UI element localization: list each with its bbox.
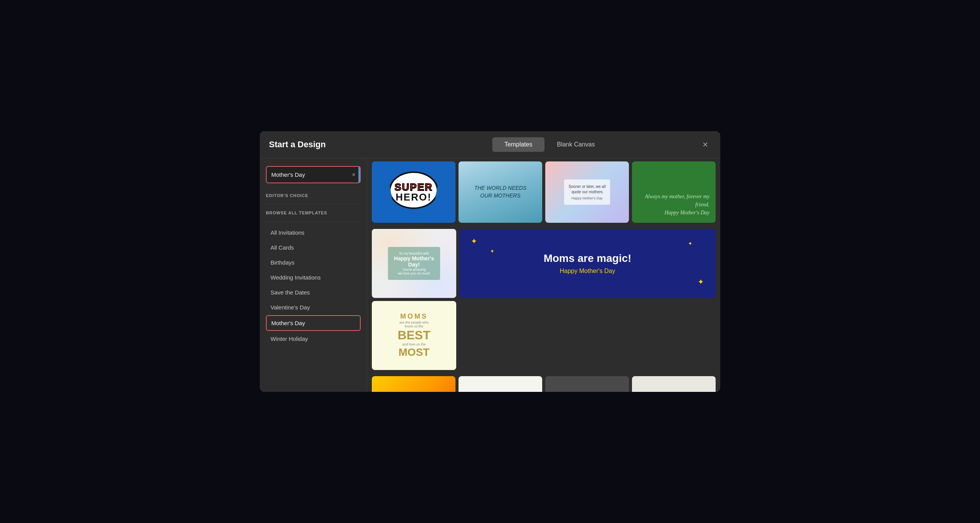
hero-text: HERO! [394, 192, 433, 202]
sidebar-item-valentines-day[interactable]: Valentine's Day [266, 300, 361, 314]
number-one-text: #1 [658, 390, 689, 392]
star-deco-3: ✦ [698, 277, 704, 286]
tab-bar: Templates Blank Canvas [492, 137, 607, 152]
template-card-sooner[interactable]: Sooner or later, we allquote our mothers… [545, 161, 629, 223]
sidebar-item-winter-holiday[interactable]: Winter Holiday [266, 332, 361, 346]
flowers-sub: You're amazingwe love you so much [394, 268, 434, 275]
sooner-text: Sooner or later, we allquote our mothers [569, 184, 606, 195]
sidebar: × EDITOR'S CHOICE BROWSE ALL TEMPLATES A… [260, 158, 367, 392]
modal-header: Start a Design Templates Blank Canvas × [260, 131, 720, 158]
template-grid-row2: To my beautiful wife Happy Mother'sDay! … [370, 227, 717, 372]
tab-blank-canvas[interactable]: Blank Canvas [544, 137, 607, 152]
template-card-moms-magic[interactable]: ✦ ✦ ✦ ✦ Moms are magic! Happy Mother's D… [459, 229, 716, 298]
sooner-subtitle: Happy Mother's Day [569, 196, 606, 200]
flowers-to: To my beautiful wife [394, 252, 434, 255]
world-needs-text: THE WORLD NEEDSOUR MOTHERS [474, 184, 526, 199]
moms-magic-title: Moms are magic! [544, 252, 632, 265]
sooner-inner: Sooner or later, we allquote our mothers… [564, 179, 610, 205]
sidebar-section-editors-choice[interactable]: EDITOR'S CHOICE [266, 191, 361, 200]
sidebar-item-all-invitations[interactable]: All Invitations [266, 225, 361, 240]
sidebar-item-mothers-day[interactable]: Mother's Day [266, 315, 361, 331]
template-card-sunflower[interactable]: 🌻 [372, 376, 455, 392]
star-deco-4: ✦ [688, 240, 693, 247]
moms-best-most: MOST [399, 346, 430, 359]
search-input[interactable] [267, 168, 349, 182]
modal-overlay: Start a Design Templates Blank Canvas × … [0, 0, 980, 523]
template-card-woman-portrait[interactable]: 👩🏾 [545, 376, 629, 392]
superhero-text: SUPER HERO! [394, 182, 433, 202]
template-content: SUPER HERO! THE WORLD NEEDSOUR MOTHERS [367, 158, 720, 392]
template-card-world-needs[interactable]: THE WORLD NEEDSOUR MOTHERS [459, 161, 542, 223]
search-clear-button[interactable]: × [349, 171, 358, 178]
sidebar-item-all-cards[interactable]: All Cards [266, 240, 361, 255]
super-text: SUPER [394, 182, 433, 192]
happy-md-green-text: Always my mother, forever my friend. Hap… [638, 192, 709, 217]
template-card-super-hero[interactable]: SUPER HERO! [372, 161, 455, 223]
flowers-inner: To my beautiful wife Happy Mother'sDay! … [388, 247, 440, 280]
quote-text: All that I am,I owe to mymother. [485, 391, 515, 392]
moms-magic-subtitle: Happy Mother's Day [560, 268, 615, 275]
sidebar-item-wedding-invitations[interactable]: Wedding Invitations [266, 270, 361, 285]
sidebar-item-save-the-dates[interactable]: Save the Dates [266, 285, 361, 299]
sidebar-item-birthdays[interactable]: Birthdays [266, 255, 361, 270]
star-deco-2: ✦ [490, 248, 495, 254]
start-design-modal: Start a Design Templates Blank Canvas × … [260, 131, 720, 392]
flowers-title: Happy Mother'sDay! [394, 255, 434, 268]
template-card-flowers[interactable]: To my beautiful wife Happy Mother'sDay! … [372, 229, 456, 298]
close-button[interactable]: × [700, 138, 711, 151]
template-grid-row1: SUPER HERO! THE WORLD NEEDSOUR MOTHERS [370, 160, 717, 224]
modal-title: Start a Design [269, 140, 326, 150]
template-card-moms-best[interactable]: MOMS are the people whoknow us the BEST … [372, 301, 456, 370]
moms-best-best: BEST [398, 328, 430, 342]
search-button[interactable] [358, 167, 361, 183]
divider-1 [266, 204, 361, 204]
template-card-happy-md-green[interactable]: Always my mother, forever my friend. Hap… [632, 161, 716, 223]
divider-2 [266, 221, 361, 222]
sidebar-section-browse-all[interactable]: BROWSE ALL TEMPLATES [266, 208, 361, 217]
moms-best-moms: MOMS [400, 312, 428, 321]
search-box: × [266, 166, 361, 183]
modal-body: × EDITOR'S CHOICE BROWSE ALL TEMPLATES A… [260, 158, 720, 392]
star-deco-1: ✦ [471, 237, 477, 246]
moms-best-sub1: are the people whoknow us the [399, 321, 429, 328]
tab-templates[interactable]: Templates [492, 137, 545, 152]
template-card-quote[interactable]: All that I am,I owe to mymother. Happy M… [459, 376, 542, 392]
moms-best-and: and love us the [402, 342, 426, 346]
template-grid-row3: 🌻 All that I am,I owe to mymother. Happy… [370, 375, 717, 392]
template-card-number-one[interactable]: #1 [632, 376, 716, 392]
